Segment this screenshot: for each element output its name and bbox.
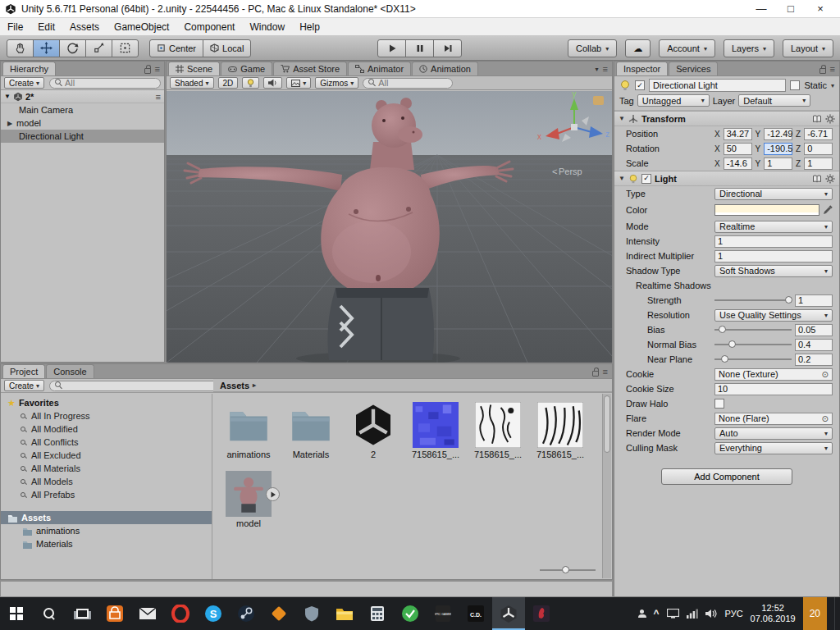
gizmo-x-label[interactable]: x	[537, 132, 541, 141]
tab-services[interactable]: Services	[669, 62, 718, 75]
persp-label[interactable]: Persp	[559, 167, 582, 176]
play-button[interactable]	[377, 39, 406, 57]
thumbnail-size-slider[interactable]	[540, 565, 596, 575]
add-component-button[interactable]: Add Component	[661, 468, 792, 485]
step-button[interactable]	[433, 39, 462, 57]
menu-component[interactable]: Component	[176, 18, 242, 35]
project-create-button[interactable]: Create ▾	[4, 380, 44, 391]
gear-icon[interactable]	[825, 174, 835, 184]
position-z-field[interactable]: -6.71	[804, 128, 833, 140]
cookie-object-field[interactable]: None (Texture)⊙	[714, 368, 833, 381]
tab-animation[interactable]: Animation	[412, 62, 478, 75]
rotation-z-field[interactable]: 0	[804, 143, 833, 155]
light-mode-dropdown[interactable]: Realtime▾	[714, 221, 833, 233]
flare-object-field[interactable]: None (Flare)⊙	[714, 413, 833, 425]
taskbar-diamond-app[interactable]	[262, 597, 295, 630]
cloud-button[interactable]: ☁	[625, 39, 651, 57]
normal-bias-field[interactable]: 0.4	[795, 339, 833, 351]
hierarchy-search-input[interactable]: All	[49, 78, 161, 89]
people-icon[interactable]	[638, 609, 646, 618]
volume-icon[interactable]	[705, 609, 718, 619]
transform-component-header[interactable]: ▼ Transform	[614, 111, 839, 126]
gizmo-z-label[interactable]: z	[605, 130, 609, 139]
favorites-header[interactable]: ★ Favorites	[1, 396, 212, 409]
panel-menu-icon[interactable]: ≡	[603, 64, 608, 74]
shadow-type-dropdown[interactable]: Soft Shadows▾	[714, 265, 833, 277]
lock-icon[interactable]	[819, 68, 826, 74]
scale-tool-button[interactable]	[85, 39, 112, 57]
object-picker-icon[interactable]: ⊙	[822, 414, 829, 423]
taskbar-clock[interactable]: 12:52 07.06.2019	[751, 603, 796, 624]
intensity-field[interactable]: 1	[714, 235, 833, 248]
menu-window[interactable]: Window	[242, 18, 292, 35]
task-view-button[interactable]	[66, 597, 98, 630]
scene-menu-icon[interactable]: ≡	[156, 92, 161, 102]
rect-tool-button[interactable]	[112, 39, 139, 57]
display-icon[interactable]	[667, 609, 679, 619]
scale-y-field[interactable]: 1	[764, 158, 792, 170]
asset-item-scene-2[interactable]: 2	[348, 402, 399, 459]
favorite-all-models[interactable]: All Models	[1, 475, 212, 488]
folder-animations[interactable]: animations	[1, 524, 212, 537]
assets-scrollbar[interactable]	[602, 394, 611, 578]
render-mode-dropdown[interactable]: Auto▾	[714, 427, 833, 440]
close-button[interactable]: ×	[806, 1, 835, 17]
menu-file[interactable]: File	[0, 18, 30, 35]
lock-icon[interactable]	[592, 371, 599, 377]
position-x-field[interactable]: 34.27	[724, 128, 752, 140]
favorite-all-in-progress[interactable]: All In Progress	[1, 409, 212, 422]
bias-field[interactable]: 0.05	[795, 324, 833, 336]
favorite-all-materials[interactable]: All Materials	[1, 462, 212, 475]
show-desktop-button[interactable]	[834, 597, 838, 630]
scale-x-field[interactable]: -14.6	[724, 158, 752, 170]
taskbar-green-app[interactable]	[394, 597, 427, 630]
taskbar-game-app[interactable]	[525, 597, 558, 630]
tab-hierarchy[interactable]: Hierarchy	[2, 62, 56, 75]
start-button[interactable]	[0, 597, 33, 630]
effects-dropdown[interactable]: ▾	[286, 77, 311, 89]
tab-animator[interactable]: Animator	[348, 62, 411, 75]
scene-search-input[interactable]: All	[363, 78, 453, 89]
taskbar-steam-app[interactable]	[230, 597, 262, 630]
move-tool-button[interactable]	[33, 39, 60, 57]
tab-project[interactable]: Project	[2, 364, 45, 378]
panel-menu-icon[interactable]: ≡	[155, 64, 160, 74]
tab-game[interactable]: Game	[221, 62, 272, 75]
hierarchy-item-main-camera[interactable]: Main Camera	[1, 103, 164, 116]
light-type-dropdown[interactable]: Directional▾	[714, 188, 833, 200]
assets-root-folder[interactable]: Assets	[1, 511, 212, 524]
layout-button[interactable]: Layout ▾	[783, 39, 833, 57]
taskbar-mail-app[interactable]	[131, 597, 164, 630]
asset-item-materials[interactable]: Materials	[285, 402, 336, 459]
static-checkbox[interactable]	[790, 80, 800, 90]
taskbar-file-explorer[interactable]	[328, 597, 361, 630]
menu-gameobject[interactable]: GameObject	[107, 18, 176, 35]
assets-breadcrumb[interactable]: Assets ▸	[213, 379, 612, 392]
strength-field[interactable]: 1	[795, 294, 833, 307]
pause-button[interactable]	[405, 39, 434, 57]
rotation-x-field[interactable]: 50	[724, 143, 752, 155]
preview-play-button[interactable]	[266, 487, 280, 501]
scale-z-field[interactable]: 1	[804, 158, 833, 170]
taskbar-opera-app[interactable]	[164, 597, 197, 630]
favorite-all-excluded[interactable]: All Excluded	[1, 449, 212, 462]
object-picker-icon[interactable]: ⊙	[822, 370, 829, 379]
light-color-swatch[interactable]	[714, 204, 819, 216]
gizmo-y-label[interactable]: y	[573, 91, 577, 98]
account-button[interactable]: Account ▾	[659, 39, 715, 57]
light-enabled-checkbox[interactable]: ✓	[641, 174, 651, 184]
hierarchy-create-button[interactable]: Create ▾	[4, 77, 44, 89]
menu-assets[interactable]: Assets	[62, 18, 107, 35]
persp-toggle-icon[interactable]: <	[552, 167, 557, 176]
rotate-tool-button[interactable]	[59, 39, 86, 57]
pivot-center-button[interactable]: Center	[149, 39, 203, 57]
menu-help[interactable]: Help	[292, 18, 327, 35]
resolution-dropdown[interactable]: Use Quality Settings▾	[714, 309, 833, 322]
panel-menu-icon[interactable]: ≡	[603, 367, 608, 377]
minimize-button[interactable]: —	[746, 1, 776, 17]
object-name-field[interactable]: Directional Light	[649, 79, 786, 92]
foldout-icon[interactable]: ▶	[6, 120, 14, 127]
layers-button[interactable]: Layers ▾	[724, 39, 774, 57]
tab-inspector[interactable]: Inspector	[616, 62, 668, 75]
near-plane-field[interactable]: 0.2	[795, 354, 833, 366]
